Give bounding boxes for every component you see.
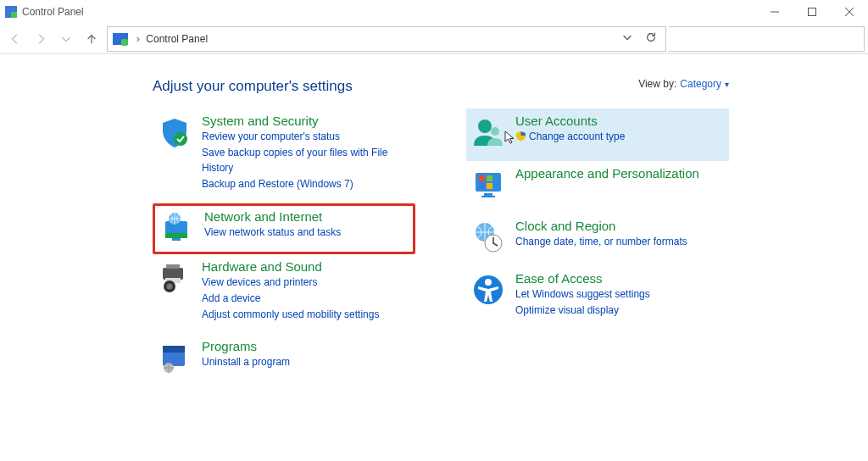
svg-rect-6 — [163, 268, 183, 280]
category-link[interactable]: Backup and Restore (Windows 7) — [202, 176, 412, 192]
close-button[interactable] — [831, 0, 868, 24]
maximize-button[interactable] — [793, 0, 831, 24]
view-by-value: Category — [680, 78, 721, 90]
category-user-accounts: User Accounts Change account type — [466, 108, 729, 161]
content-area: Adjust your computer's settings View by:… — [0, 54, 868, 395]
chevron-down-icon: ▾ — [725, 80, 729, 89]
address-icon — [113, 33, 128, 45]
svg-rect-7 — [166, 264, 180, 269]
svg-rect-21 — [479, 183, 485, 189]
svg-rect-18 — [481, 196, 495, 197]
title-bar: Control Panel — [0, 0, 868, 24]
shield-icon — [156, 114, 193, 192]
category-link[interactable]: Change account type — [515, 129, 726, 145]
up-button[interactable] — [80, 27, 103, 51]
accessibility-icon — [470, 271, 507, 318]
category-title[interactable]: Ease of Access — [515, 271, 726, 286]
category-appearance-personalization: Appearance and Personalization — [466, 161, 729, 214]
category-title[interactable]: Network and Internet — [204, 209, 408, 225]
programs-icon — [156, 339, 193, 375]
svg-rect-17 — [484, 193, 492, 196]
recent-locations-button[interactable] — [54, 27, 78, 51]
svg-point-26 — [485, 279, 492, 286]
breadcrumb-separator: › — [136, 33, 140, 45]
svg-rect-4 — [172, 238, 181, 241]
monitor-icon — [470, 166, 507, 202]
forward-button[interactable] — [29, 27, 53, 51]
category-title[interactable]: Hardware and Sound — [202, 259, 412, 275]
category-link[interactable]: View network status and tasks — [204, 225, 408, 241]
control-panel-icon — [5, 6, 17, 18]
printer-camera-icon — [156, 259, 193, 322]
svg-point-1 — [174, 132, 187, 146]
category-link[interactable]: Optimize visual display — [515, 303, 726, 319]
svg-rect-0 — [809, 8, 816, 16]
category-network-internet: Network and Internet View network status… — [153, 203, 415, 254]
view-by-label: View by: — [638, 78, 676, 90]
svg-rect-22 — [487, 183, 492, 189]
category-ease-of-access: Ease of Access Let Windows suggest setti… — [466, 266, 729, 330]
svg-point-10 — [167, 284, 173, 290]
category-link[interactable]: Add a device — [202, 291, 412, 307]
svg-rect-12 — [163, 346, 185, 353]
globe-monitor-icon — [159, 209, 196, 245]
category-column-left: System and Security Review your computer… — [153, 108, 415, 386]
category-link[interactable]: Let Windows suggest settings — [515, 286, 726, 303]
category-link[interactable]: Adjust commonly used mobility settings — [202, 307, 412, 323]
view-by-selector[interactable]: View by: Category ▾ — [638, 78, 729, 90]
category-clock-region: Clock and Region Change date, time, or n… — [466, 214, 729, 266]
search-input[interactable] — [669, 26, 865, 52]
back-button[interactable] — [3, 27, 27, 51]
window-title: Control Panel — [22, 6, 84, 18]
breadcrumb-control-panel[interactable]: Control Panel — [146, 33, 208, 45]
category-hardware-sound: Hardware and Sound View devices and prin… — [153, 254, 415, 334]
category-link[interactable]: Change date, time, or number formats — [515, 234, 726, 250]
category-programs: Programs Uninstall a program — [153, 334, 415, 386]
category-link[interactable]: View devices and printers — [202, 275, 412, 291]
svg-point-15 — [491, 127, 499, 136]
category-title[interactable]: System and Security — [202, 114, 412, 129]
page-heading: Adjust your computer's settings — [153, 78, 353, 95]
category-link[interactable]: Uninstall a program — [202, 354, 412, 370]
refresh-button[interactable] — [645, 31, 657, 46]
minimize-button[interactable] — [756, 0, 793, 24]
category-title[interactable]: Appearance and Personalization — [515, 166, 726, 181]
address-dropdown-button[interactable] — [621, 31, 633, 46]
uac-shield-icon — [515, 131, 526, 142]
category-link[interactable]: Review your computer's status — [202, 129, 412, 145]
window-controls — [756, 0, 868, 24]
user-icon — [470, 114, 507, 149]
address-bar[interactable]: › Control Panel — [107, 26, 666, 52]
svg-rect-19 — [479, 175, 485, 181]
clock-globe-icon — [470, 219, 507, 254]
category-link[interactable]: Save backup copies of your files with Fi… — [202, 145, 412, 176]
category-system-security: System and Security Review your computer… — [153, 108, 415, 203]
svg-point-14 — [478, 119, 492, 133]
category-title[interactable]: User Accounts — [515, 114, 726, 129]
category-title[interactable]: Programs — [202, 339, 412, 354]
category-column-right: User Accounts Change account type — [466, 108, 729, 386]
category-title[interactable]: Clock and Region — [515, 219, 726, 234]
nav-bar: › Control Panel — [0, 24, 868, 54]
svg-rect-20 — [487, 175, 492, 181]
svg-rect-3 — [165, 233, 187, 238]
